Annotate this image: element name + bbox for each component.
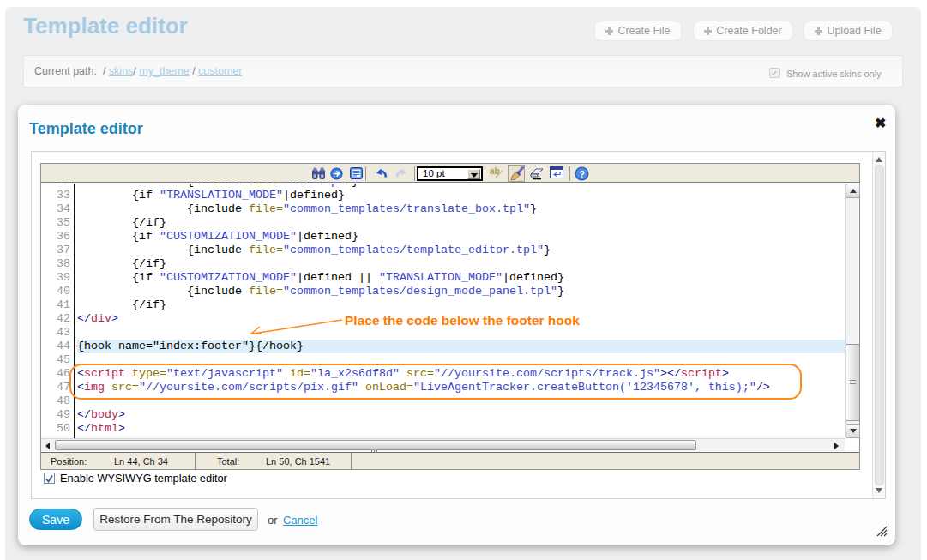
svg-text:?: ? bbox=[579, 169, 585, 179]
